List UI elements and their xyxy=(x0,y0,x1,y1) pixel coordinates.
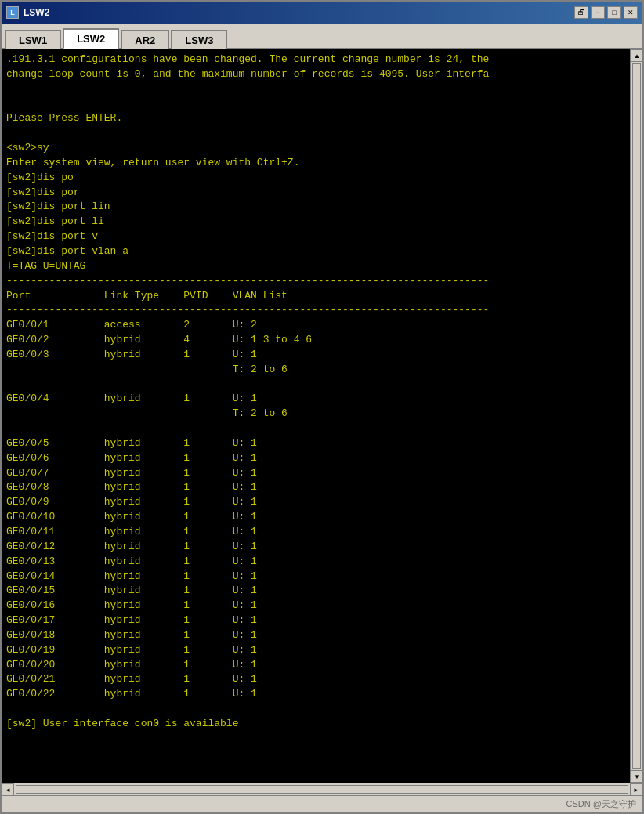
tabs-bar: LSW1 LSW2 AR2 LSW3 xyxy=(2,24,642,49)
scroll-up-button[interactable]: ▲ xyxy=(631,49,642,62)
scroll-left-button[interactable]: ◄ xyxy=(2,783,14,796)
tab-lsw1[interactable]: LSW1 xyxy=(5,30,61,49)
title-bar-left: L LSW2 xyxy=(6,6,49,19)
maximize-button[interactable]: □ xyxy=(607,6,621,19)
scroll-right-button[interactable]: ► xyxy=(630,783,642,796)
minimize-button[interactable]: − xyxy=(591,6,605,19)
tab-ar2[interactable]: AR2 xyxy=(121,30,169,49)
bottom-bar: CSDN @天之守护 xyxy=(2,795,642,812)
horizontal-scrollbar: ◄ ► xyxy=(2,783,642,795)
scroll-thumb[interactable] xyxy=(632,63,641,769)
app-icon: L xyxy=(6,6,19,19)
watermark-text: CSDN @天之守护 xyxy=(566,798,636,810)
terminal-output[interactable]: .191.3.1 configurations have been change… xyxy=(2,49,630,783)
tab-lsw3[interactable]: LSW3 xyxy=(171,30,227,49)
title-buttons: 🗗 − □ ✕ xyxy=(574,6,638,19)
close-button[interactable]: ✕ xyxy=(624,6,638,19)
tab-lsw2[interactable]: LSW2 xyxy=(63,28,119,49)
main-window: L LSW2 🗗 − □ ✕ LSW1 LSW2 AR2 LSW3 .191.3… xyxy=(0,0,644,814)
terminal-container: .191.3.1 configurations have been change… xyxy=(2,49,642,783)
restore-button[interactable]: 🗗 xyxy=(574,6,588,19)
window-title: LSW2 xyxy=(24,7,49,18)
scroll-h-thumb[interactable] xyxy=(16,785,628,794)
vertical-scrollbar: ▲ ▼ xyxy=(630,49,642,783)
title-bar: L LSW2 🗗 − □ ✕ xyxy=(2,2,642,24)
scroll-down-button[interactable]: ▼ xyxy=(631,770,642,783)
